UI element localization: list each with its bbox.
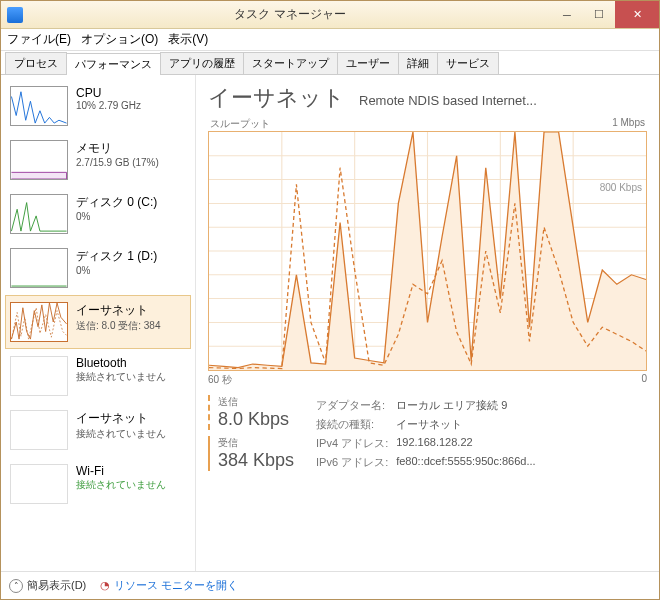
memory-thumbnail: [10, 140, 68, 180]
tab-processes[interactable]: プロセス: [5, 52, 67, 74]
titlebar[interactable]: タスク マネージャー ─ ☐ ✕: [1, 1, 659, 29]
tab-services[interactable]: サービス: [437, 52, 499, 74]
recv-stat: 受信 384 Kbps: [208, 436, 294, 471]
connection-details: アダプター名:ローカル エリア接続 9 接続の種類:イーサネット IPv4 アド…: [314, 395, 544, 473]
window-controls: ─ ☐ ✕: [551, 1, 659, 28]
sidebar-item-label: イーサネット: [76, 410, 186, 427]
sidebar-item-wifi[interactable]: Wi-Fi 接続されていません: [5, 457, 191, 511]
main-panel: イーサネット Remote NDIS based Internet... スルー…: [196, 75, 659, 571]
tab-details[interactable]: 詳細: [398, 52, 438, 74]
sidebar-item-sub: 送信: 8.0 受信: 384: [76, 319, 186, 333]
adapter-name-label: アダプター名:: [316, 397, 394, 414]
tab-users[interactable]: ユーザー: [337, 52, 399, 74]
stats-area: 送信 8.0 Kbps 受信 384 Kbps アダプター名:ローカル エリア接…: [208, 395, 647, 473]
sidebar-item-cpu[interactable]: CPU 10% 2.79 GHz: [5, 79, 191, 133]
ipv4-value: 192.168.128.22: [396, 435, 541, 452]
recv-label: 受信: [218, 436, 294, 450]
throughput-chart[interactable]: 800 Kbps: [208, 131, 647, 371]
sidebar-item-sub: 0%: [76, 211, 186, 222]
tab-app-history[interactable]: アプリの履歴: [160, 52, 244, 74]
sidebar-item-label: メモリ: [76, 140, 186, 157]
menu-view[interactable]: 表示(V): [168, 31, 208, 48]
wifi-thumbnail: [10, 464, 68, 504]
resource-monitor-link[interactable]: ◔ リソース モニターを開く: [100, 578, 238, 593]
resmon-icon: ◔: [100, 579, 110, 592]
sidebar-item-sub: 10% 2.79 GHz: [76, 100, 186, 111]
sidebar-item-disk0[interactable]: ディスク 0 (C:) 0%: [5, 187, 191, 241]
recv-value: 384 Kbps: [218, 450, 294, 471]
window-title: タスク マネージャー: [29, 6, 551, 23]
sidebar-item-sub: 接続されていません: [76, 427, 186, 441]
axis-right: 0: [641, 373, 647, 387]
sidebar-item-bluetooth[interactable]: Bluetooth 接続されていません: [5, 349, 191, 403]
sidebar-item-sub: 2.7/15.9 GB (17%): [76, 157, 186, 168]
close-button[interactable]: ✕: [615, 1, 659, 28]
app-icon: [7, 7, 23, 23]
tab-strip: プロセス パフォーマンス アプリの履歴 スタートアップ ユーザー 詳細 サービス: [1, 51, 659, 75]
tab-performance[interactable]: パフォーマンス: [66, 53, 161, 75]
ipv6-label: IPv6 アドレス:: [316, 454, 394, 471]
adapter-name-value: ローカル エリア接続 9: [396, 397, 541, 414]
sidebar-item-sub: 接続されていません: [76, 370, 186, 384]
bluetooth-thumbnail: [10, 356, 68, 396]
throughput-label: スループット: [210, 117, 270, 131]
ethernet2-thumbnail: [10, 410, 68, 450]
sidebar-item-label: ディスク 0 (C:): [76, 194, 186, 211]
adapter-description: Remote NDIS based Internet...: [359, 93, 647, 108]
sidebar-item-ethernet[interactable]: イーサネット 送信: 8.0 受信: 384: [5, 295, 191, 349]
sidebar-item-label: イーサネット: [76, 302, 186, 319]
ethernet-thumbnail: [10, 302, 68, 342]
menu-options[interactable]: オプション(O): [81, 31, 158, 48]
chart-mid-label: 800 Kbps: [600, 182, 642, 193]
connection-type-label: 接続の種類:: [316, 416, 394, 433]
send-label: 送信: [218, 395, 294, 409]
axis-left: 60 秒: [208, 373, 232, 387]
sidebar-item-sub: 接続されていません: [76, 478, 186, 492]
menubar: ファイル(E) オプション(O) 表示(V): [1, 29, 659, 51]
page-title: イーサネット: [208, 83, 345, 113]
task-manager-window: タスク マネージャー ─ ☐ ✕ ファイル(E) オプション(O) 表示(V) …: [0, 0, 660, 600]
disk0-thumbnail: [10, 194, 68, 234]
sidebar-item-label: Bluetooth: [76, 356, 186, 370]
disk1-thumbnail: [10, 248, 68, 288]
sidebar-item-label: ディスク 1 (D:): [76, 248, 186, 265]
connection-type-value: イーサネット: [396, 416, 541, 433]
sidebar-item-label: Wi-Fi: [76, 464, 186, 478]
footer: ˄ 簡易表示(D) ◔ リソース モニターを開く: [1, 571, 659, 599]
sidebar-item-label: CPU: [76, 86, 186, 100]
sidebar-item-sub: 0%: [76, 265, 186, 276]
performance-sidebar[interactable]: CPU 10% 2.79 GHz メモリ 2.7/15.9 GB (17%) デ…: [1, 75, 196, 571]
cpu-thumbnail: [10, 86, 68, 126]
send-stat: 送信 8.0 Kbps: [208, 395, 294, 430]
send-value: 8.0 Kbps: [218, 409, 294, 430]
chevron-up-icon: ˄: [9, 579, 23, 593]
maximize-button[interactable]: ☐: [583, 1, 615, 28]
menu-file[interactable]: ファイル(E): [7, 31, 71, 48]
minimize-button[interactable]: ─: [551, 1, 583, 28]
sidebar-item-memory[interactable]: メモリ 2.7/15.9 GB (17%): [5, 133, 191, 187]
fewer-details-button[interactable]: ˄ 簡易表示(D): [9, 578, 86, 593]
content-area: CPU 10% 2.79 GHz メモリ 2.7/15.9 GB (17%) デ…: [1, 75, 659, 571]
tab-startup[interactable]: スタートアップ: [243, 52, 338, 74]
sidebar-item-disk1[interactable]: ディスク 1 (D:) 0%: [5, 241, 191, 295]
chart-max-label: 1 Mbps: [612, 117, 645, 131]
sidebar-item-ethernet2[interactable]: イーサネット 接続されていません: [5, 403, 191, 457]
ipv6-value: fe80::dcef:5555:950c:866d...: [396, 454, 541, 471]
ipv4-label: IPv4 アドレス:: [316, 435, 394, 452]
